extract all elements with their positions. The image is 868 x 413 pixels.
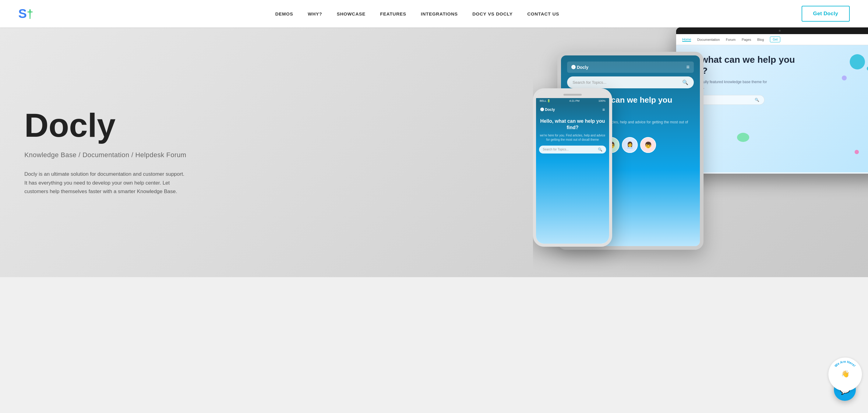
phone-carrier: BELL 🔋: [540, 99, 550, 102]
laptop-content: llo, what can we help you find? Docly is…: [676, 45, 868, 172]
logo-s: S: [18, 6, 27, 21]
tablet-search-area[interactable]: Search for Topics... 🔍: [567, 76, 694, 88]
hero-subtitle: Knowledge Base / Documentation / Helpdes…: [24, 151, 186, 159]
tablet-search-text: Search for Topics...: [572, 80, 679, 85]
laptop-nav-forum[interactable]: Forum: [726, 38, 736, 41]
nav-item-demos[interactable]: DEMOS: [275, 11, 293, 17]
phone-notch-dot: [563, 94, 582, 96]
hero-content: Docly Knowledge Base / Documentation / H…: [0, 84, 186, 221]
phone-hero-text: Hello, what can we help you find?: [539, 118, 606, 131]
nav-item-showcase[interactable]: SHOWCASE: [337, 11, 366, 17]
laptop-nav: Home Documentation Forum Pages Blog Get: [676, 34, 868, 45]
phone-mockup: BELL 🔋 4:21 PM 100% 🅓 Docly ≡ Hello, wha…: [533, 88, 612, 247]
laptop-nav-pages[interactable]: Pages: [742, 38, 751, 41]
phone-status-bar: BELL 🔋 4:21 PM 100%: [536, 98, 609, 103]
phone-inner: 🅓 Docly ≡ Hello, what can we help you fi…: [536, 103, 609, 247]
laptop-get-btn[interactable]: Get: [770, 36, 780, 42]
laptop-camera-bar: [676, 27, 868, 34]
hero-devices: Home Documentation Forum Pages Blog Get …: [533, 27, 868, 277]
get-docly-button[interactable]: Get Docly: [802, 6, 850, 22]
dot-pink-1: [855, 150, 859, 154]
nav-item-why[interactable]: WHY?: [308, 11, 322, 17]
tablet-search-icon: 🔍: [682, 80, 688, 85]
dot-teal-large: [850, 54, 865, 69]
laptop-hero-heading: llo, what can we help you find?: [685, 54, 807, 76]
laptop-camera-dot: [779, 30, 781, 32]
logo[interactable]: S†: [18, 6, 33, 21]
phone-battery: 100%: [598, 99, 606, 102]
phone-search-placeholder: Search for Topics...: [543, 148, 596, 151]
dot-teal-small-1: [867, 66, 868, 71]
phone-topbar: 🅓 Docly ≡: [539, 106, 606, 113]
tablet-avatar-5: 👦: [640, 137, 656, 153]
laptop-mockup: Home Documentation Forum Pages Blog Get …: [676, 27, 868, 173]
tablet-menu-icon: ≡: [686, 64, 689, 70]
hero-section: Docly Knowledge Base / Documentation / H…: [0, 27, 868, 277]
tablet-logo: 🅓 Docly: [571, 65, 588, 70]
nav-item-integrations[interactable]: INTEGRATIONS: [421, 11, 458, 17]
phone-notch: [536, 91, 609, 98]
phone-subtitle: we're here for you. Find articles, help …: [539, 133, 606, 142]
phone-search-box[interactable]: Search for Topics... 🔍: [539, 146, 606, 154]
phone-time: 4:21 PM: [569, 99, 580, 102]
phone-menu-icon: ≡: [602, 107, 605, 112]
nav-item-docy-vs-docly[interactable]: DOCY VS DOCLY: [472, 11, 513, 17]
hero-title: Docly: [24, 108, 186, 142]
nav-item-contact-us[interactable]: CONTACT US: [527, 11, 559, 17]
laptop-screen: Home Documentation Forum Pages Blog Get …: [676, 34, 868, 173]
main-nav: DEMOS WHY? SHOWCASE FEATURES INTEGRATION…: [275, 11, 559, 17]
laptop-nav-documentation[interactable]: Documentation: [697, 38, 720, 41]
hero-description: Docly is an ultimate solution for docume…: [24, 170, 186, 196]
phone-search-icon: 🔍: [598, 148, 602, 152]
nav-item-features[interactable]: FEATURES: [380, 11, 406, 17]
dot-purple-1: [842, 75, 847, 81]
phone-logo: 🅓 Docly: [540, 107, 555, 112]
header: S† DEMOS WHY? SHOWCASE FEATURES INTEGRAT…: [0, 0, 868, 27]
laptop-nav-blog[interactable]: Blog: [757, 38, 764, 41]
logo-plus: †: [27, 8, 33, 21]
laptop-search-icon: 🔍: [755, 98, 759, 102]
tablet-topbar: 🅓 Docly ≡: [567, 62, 694, 73]
tablet-avatar-4: 👩‍💼: [622, 137, 638, 153]
laptop-nav-home[interactable]: Home: [682, 37, 691, 42]
dot-green-1: [737, 133, 749, 142]
